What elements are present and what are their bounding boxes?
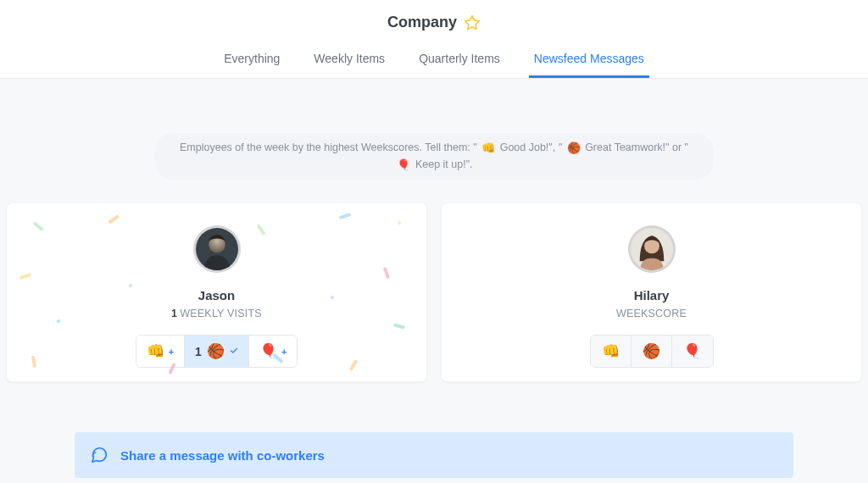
avatar <box>193 225 241 273</box>
fist-icon: 👊 <box>481 142 495 154</box>
check-icon <box>230 347 238 357</box>
employee-metric: 1WEEKLY VISITS <box>171 308 262 319</box>
tab-quarterly-items[interactable]: Quarterly Items <box>414 43 505 78</box>
balloon-icon: 🎈 <box>683 342 701 360</box>
basketball-icon: 🏀 <box>643 342 660 360</box>
basketball-icon: 🏀 <box>567 142 581 154</box>
react-basketball-button[interactable]: 🏀 <box>632 336 672 367</box>
balloon-icon: 🎈 <box>259 342 277 360</box>
employee-name: Jason <box>198 288 235 303</box>
chat-icon <box>90 446 108 464</box>
employees-of-the-week-banner: Employees of the week by the highest Wee… <box>154 133 714 180</box>
employee-metric: WEEKSCORE <box>616 308 687 319</box>
react-basketball-button[interactable]: 1 🏀 <box>185 336 249 367</box>
tab-newsfeed-messages[interactable]: Newsfeed Messages <box>529 43 649 78</box>
react-fist-button[interactable]: 👊 + <box>136 336 185 367</box>
employee-card-jason: Jason 1WEEKLY VISITS 👊 + 1 🏀 🎈 <box>7 203 426 381</box>
react-balloon-button[interactable]: 🎈 <box>672 336 713 367</box>
tab-weekly-items[interactable]: Weekly Items <box>309 43 390 78</box>
share-message-input[interactable]: Share a message with co-workers <box>75 432 793 478</box>
tab-everything[interactable]: Everything <box>219 43 285 78</box>
employee-card-hilary: Hilary WEEKSCORE 👊 🏀 🎈 <box>442 203 861 381</box>
employee-name: Hilary <box>634 288 670 303</box>
basketball-icon: 🏀 <box>207 342 225 360</box>
employee-cards: Jason 1WEEKLY VISITS 👊 + 1 🏀 🎈 <box>7 203 861 381</box>
fist-icon: 👊 <box>602 342 620 360</box>
share-message-label: Share a message with co-workers <box>120 448 325 463</box>
reactions-group: 👊 + 1 🏀 🎈 + <box>136 335 298 368</box>
page-title: Company <box>387 14 457 31</box>
svg-marker-0 <box>465 15 480 29</box>
avatar <box>628 225 676 273</box>
reactions-group: 👊 🏀 🎈 <box>590 335 714 368</box>
star-icon <box>464 14 481 31</box>
react-balloon-button[interactable]: 🎈 + <box>249 336 297 367</box>
balloon-icon: 🎈 <box>397 158 410 171</box>
app-header: Company Everything Weekly Items Quarterl… <box>0 0 868 79</box>
react-fist-button[interactable]: 👊 <box>591 336 632 367</box>
main-tabs: Everything Weekly Items Quarterly Items … <box>0 43 868 78</box>
fist-icon: 👊 <box>147 342 164 360</box>
